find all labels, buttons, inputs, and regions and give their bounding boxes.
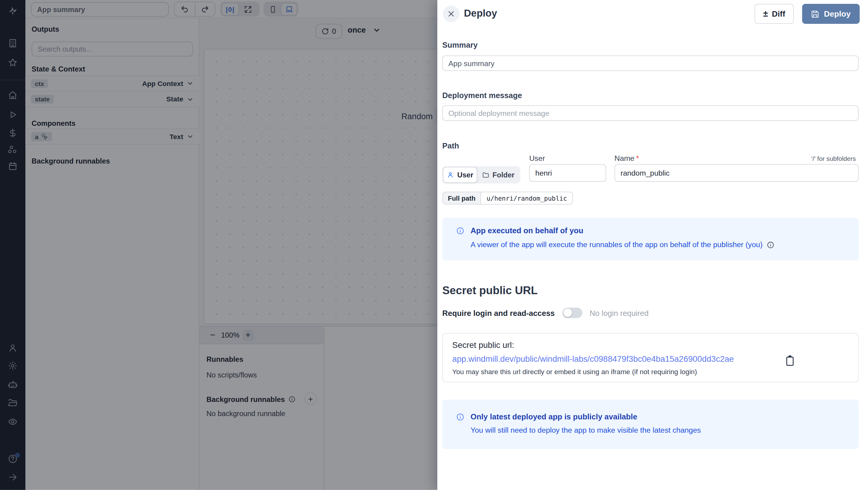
require-login-row: Require login and read-access No login r… [442, 308, 649, 318]
drawer-content: Summary Deployment message Path User Nam… [442, 0, 859, 490]
required-asterisk: * [636, 154, 639, 163]
full-path-value: u/henri/random_public [481, 192, 572, 204]
owner-user-option[interactable]: User [443, 167, 477, 183]
latest-info-body: You will still need to deploy the app to… [470, 426, 701, 434]
latest-info-body-text: You will still need to deploy the app to… [470, 426, 701, 434]
secret-url-card: Secret public url: app.windmill.dev/publ… [442, 333, 859, 382]
name-label-text: Name [615, 154, 634, 163]
summary-label: Summary [442, 40, 478, 49]
owner-folder-label: Folder [493, 171, 515, 179]
deploy-drawer: Deploy ± Diff Deploy Summary Deployment … [437, 0, 868, 490]
info-icon[interactable] [767, 241, 774, 249]
secret-url-heading: Secret public URL [442, 284, 538, 297]
exec-info-box: App executed on behalf of you A viewer o… [442, 218, 859, 260]
full-path-display: Full path u/henri/random_public [442, 192, 573, 205]
path-name-label: Name* [615, 154, 639, 163]
path-label: Path [442, 141, 459, 150]
secret-url-link[interactable]: app.windmill.dev/public/windmill-labs/c0… [453, 354, 734, 364]
info-icon [456, 413, 464, 421]
latest-info-title: Only latest deployed app is publicly ava… [470, 412, 637, 421]
exec-info-body-text: A viewer of the app will execute the run… [470, 240, 763, 249]
secret-url-note: You may share this url directly or embed… [453, 368, 697, 376]
require-login-toggle[interactable] [562, 308, 582, 318]
owner-kind-toggle-group: User Folder [442, 166, 521, 183]
folder-icon [482, 171, 489, 179]
path-user-label: User [529, 154, 545, 163]
latest-info-box: Only latest deployed app is publicly ava… [442, 400, 859, 449]
full-path-label: Full path [443, 192, 481, 204]
drawer-backdrop-overlay[interactable] [0, 0, 437, 490]
exec-info-title: App executed on behalf of you [470, 226, 583, 235]
exec-info-body: A viewer of the app will execute the run… [470, 240, 774, 249]
deployment-message-input[interactable] [442, 105, 859, 121]
subfolders-hint: '/' for subfolders [811, 155, 856, 162]
require-login-label: Require login and read-access [442, 308, 555, 317]
path-name-input[interactable] [615, 164, 859, 182]
login-state-text: No login required [590, 308, 649, 317]
person-icon [447, 171, 454, 179]
copy-clipboard-icon[interactable] [784, 355, 796, 367]
secret-url-card-title: Secret public url: [453, 340, 514, 350]
owner-folder-option[interactable]: Folder [477, 167, 519, 183]
deployment-message-label: Deployment message [442, 91, 522, 99]
summary-input[interactable] [442, 56, 859, 71]
info-icon [456, 227, 464, 235]
owner-user-label: User [457, 171, 473, 179]
app-screen: |0| Outputs State & Context ctx App Cont… [0, 0, 868, 490]
toggle-knob [564, 309, 572, 317]
path-user-input[interactable] [529, 164, 606, 182]
